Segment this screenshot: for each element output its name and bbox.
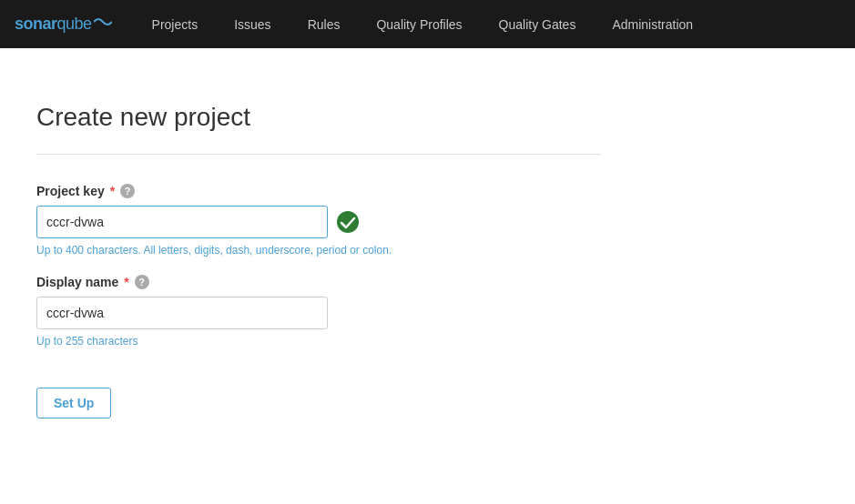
logo-text: sonarqube (15, 15, 92, 34)
project-key-input-row (36, 206, 601, 238)
nav-links: Projects Issues Rules Quality Profiles Q… (134, 0, 712, 48)
nav-item-issues[interactable]: Issues (216, 0, 289, 48)
project-key-help-icon[interactable]: ? (120, 184, 135, 198)
nav-link-administration[interactable]: Administration (594, 0, 711, 48)
project-key-group: Project key * ? Up to 400 characters. Al… (36, 184, 601, 257)
nav-link-projects[interactable]: Projects (134, 0, 217, 48)
display-name-group: Display name * ? Up to 255 characters (36, 275, 601, 348)
nav-link-rules[interactable]: Rules (290, 0, 359, 48)
display-name-input[interactable] (36, 297, 328, 329)
page-title: Create new project (36, 103, 601, 132)
required-star: * (110, 184, 115, 198)
svg-point-0 (337, 211, 359, 233)
nav-item-rules[interactable]: Rules (290, 0, 359, 48)
nav-item-projects[interactable]: Projects (134, 0, 217, 48)
nav-link-issues[interactable]: Issues (216, 0, 289, 48)
display-name-input-row (36, 297, 601, 329)
nav-link-quality-profiles[interactable]: Quality Profiles (358, 0, 480, 48)
project-key-label: Project key * ? (36, 184, 601, 198)
required-star-2: * (124, 275, 128, 289)
nav-item-quality-profiles[interactable]: Quality Profiles (358, 0, 480, 48)
display-name-label: Display name * ? (36, 275, 601, 289)
display-name-help-icon[interactable]: ? (135, 275, 149, 289)
project-key-hint: Up to 400 characters. All letters, digit… (36, 244, 601, 257)
valid-check-icon (337, 211, 359, 233)
nav-item-quality-gates[interactable]: Quality Gates (481, 0, 595, 48)
display-name-hint: Up to 255 characters (36, 335, 601, 348)
project-key-input[interactable] (36, 206, 328, 238)
divider (36, 154, 601, 155)
setup-button[interactable]: Set Up (36, 388, 111, 418)
logo-wave-icon (94, 16, 112, 27)
main-content: Create new project Project key * ? Up to… (0, 48, 637, 455)
nav-link-quality-gates[interactable]: Quality Gates (481, 0, 595, 48)
nav-item-administration[interactable]: Administration (594, 0, 711, 48)
logo: sonarqube (15, 15, 112, 34)
navbar: sonarqube Projects Issues Rules Quality … (0, 0, 855, 48)
